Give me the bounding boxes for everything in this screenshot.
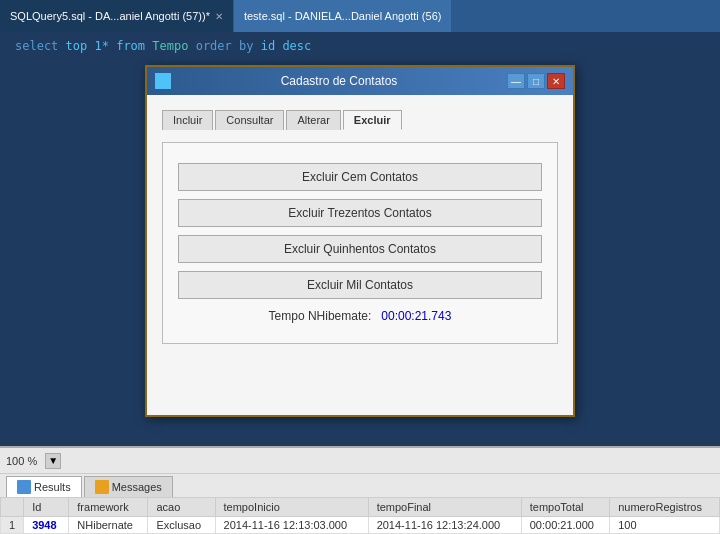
btn-excluir-mil[interactable]: Excluir Mil Contatos bbox=[178, 271, 542, 299]
tab-results-label: Results bbox=[34, 481, 71, 493]
close-button[interactable]: ✕ bbox=[547, 73, 565, 89]
col-tempofinal: tempoFinal bbox=[368, 498, 521, 517]
col-framework: framework bbox=[69, 498, 148, 517]
message-icon bbox=[95, 480, 109, 494]
tab-alterar[interactable]: Alterar bbox=[286, 110, 340, 130]
col-id: Id bbox=[24, 498, 69, 517]
cell-numeroregistros: 100 bbox=[610, 517, 720, 534]
dialog-tabs: Incluir Consultar Alterar Excluir bbox=[162, 110, 558, 130]
sql-editor: select top 1* from Tempo order by id des… bbox=[0, 32, 720, 60]
tempo-value: 00:00:21.743 bbox=[381, 309, 451, 323]
col-acao: acao bbox=[148, 498, 215, 517]
tab-teste[interactable]: teste.sql - DANIELA...Daniel Angotti (56… bbox=[234, 0, 452, 32]
zoom-label: 100 % bbox=[6, 455, 37, 467]
tab-consultar[interactable]: Consultar bbox=[215, 110, 284, 130]
col-numeroregistros: numeroRegistros bbox=[610, 498, 720, 517]
cell-acao: Exclusao bbox=[148, 517, 215, 534]
tab-messages[interactable]: Messages bbox=[84, 476, 173, 497]
cell-rownum: 1 bbox=[1, 517, 24, 534]
results-tabs: Results Messages bbox=[0, 474, 720, 497]
cell-framework: NHibernate bbox=[69, 517, 148, 534]
tab-bar: SQLQuery5.sql - DA...aniel Angotti (57))… bbox=[0, 0, 720, 32]
tab-sqlquery5-close[interactable]: ✕ bbox=[215, 11, 223, 22]
tab-excluir[interactable]: Excluir bbox=[343, 110, 402, 130]
tab-sqlquery5-label: SQLQuery5.sql - DA...aniel Angotti (57))… bbox=[10, 10, 210, 22]
dialog-titlebar: Cadastro de Contatos — □ ✕ bbox=[147, 67, 573, 95]
maximize-button[interactable]: □ bbox=[527, 73, 545, 89]
minimize-button[interactable]: — bbox=[507, 73, 525, 89]
tab-messages-label: Messages bbox=[112, 481, 162, 493]
table-row: 1 3948 NHibernate Exclusao 2014-11-16 12… bbox=[1, 517, 720, 534]
sql-keyword-order: order by bbox=[196, 39, 254, 53]
grid-icon bbox=[17, 480, 31, 494]
tab-results[interactable]: Results bbox=[6, 476, 82, 497]
cell-tempofinal: 2014-11-16 12:13:24.000 bbox=[368, 517, 521, 534]
sql-keyword-select: select bbox=[15, 39, 58, 53]
btn-excluir-trezentos[interactable]: Excluir Trezentos Contatos bbox=[178, 199, 542, 227]
tab-excluir-content: Excluir Cem Contatos Excluir Trezentos C… bbox=[162, 142, 558, 344]
bottom-toolbar: 100 % ▼ bbox=[0, 448, 720, 474]
main-area: Cadastro de Contatos — □ ✕ Incluir Consu… bbox=[0, 60, 720, 460]
sql-table-name: Tempo bbox=[152, 39, 188, 53]
sql-id: id desc bbox=[261, 39, 312, 53]
dialog-title-text: Cadastro de Contatos bbox=[171, 74, 507, 88]
col-tempototal: tempoTotal bbox=[521, 498, 609, 517]
table-header-row: Id framework acao tempoInicio tempoFinal… bbox=[1, 498, 720, 517]
results-grid: Id framework acao tempoInicio tempoFinal… bbox=[0, 497, 720, 534]
dialog-title-icon bbox=[155, 73, 171, 89]
bottom-panel: 100 % ▼ Results Messages Id framework ac… bbox=[0, 446, 720, 534]
tab-teste-label: teste.sql - DANIELA...Daniel Angotti (56… bbox=[244, 10, 441, 22]
dialog-title-buttons: — □ ✕ bbox=[507, 73, 565, 89]
cell-tempoinicio: 2014-11-16 12:13:03.000 bbox=[215, 517, 368, 534]
tempo-label: Tempo NHibemate: bbox=[269, 309, 372, 323]
dialog-body: Incluir Consultar Alterar Excluir Exclui… bbox=[147, 95, 573, 415]
dialog-cadastro: Cadastro de Contatos — □ ✕ Incluir Consu… bbox=[145, 65, 575, 417]
col-tempoinicio: tempoInicio bbox=[215, 498, 368, 517]
results-table: Id framework acao tempoInicio tempoFinal… bbox=[0, 497, 720, 534]
btn-excluir-quinhentos[interactable]: Excluir Quinhentos Contatos bbox=[178, 235, 542, 263]
cell-tempototal: 00:00:21.000 bbox=[521, 517, 609, 534]
svg-rect-0 bbox=[158, 76, 168, 86]
btn-excluir-cem[interactable]: Excluir Cem Contatos bbox=[178, 163, 542, 191]
zoom-dropdown-btn[interactable]: ▼ bbox=[45, 453, 61, 469]
col-rownum bbox=[1, 498, 24, 517]
tab-sqlquery5[interactable]: SQLQuery5.sql - DA...aniel Angotti (57))… bbox=[0, 0, 234, 32]
cell-id: 3948 bbox=[24, 517, 69, 534]
sql-text: top 1* from bbox=[66, 39, 145, 53]
tab-incluir[interactable]: Incluir bbox=[162, 110, 213, 130]
tempo-row: Tempo NHibemate: 00:00:21.743 bbox=[178, 309, 542, 323]
